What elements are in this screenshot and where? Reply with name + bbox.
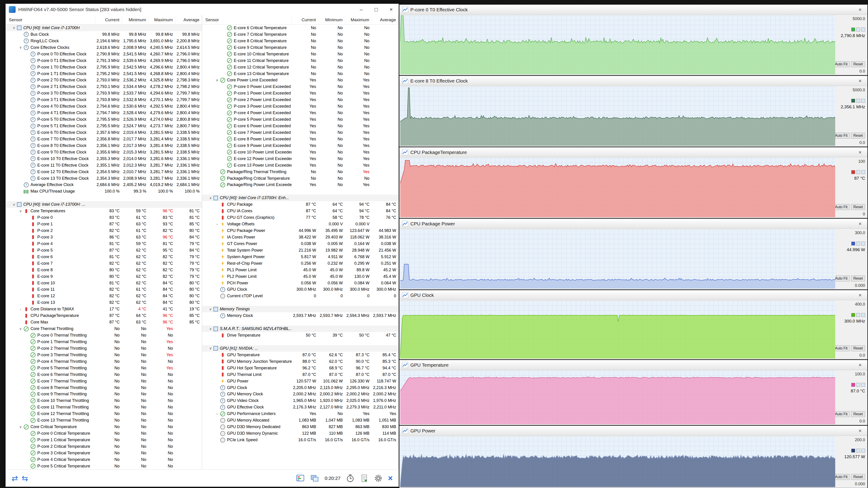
reset-button[interactable]: Reset <box>851 411 865 417</box>
settings-gear-icon[interactable] <box>374 474 382 483</box>
sensor-row[interactable]: P-core 0 Critical TemperatureNoNoNo <box>6 430 202 437</box>
sensor-row[interactable]: ∨Core Critical TemperatureNoNoNo <box>6 424 202 430</box>
sensor-row[interactable]: CPU GT Cores (Graphics)77 °C58 °C78 °C76… <box>202 214 398 221</box>
sensor-row[interactable]: Rest-of-Chip Power0.256 W0.232 W0.295 W0… <box>202 260 398 267</box>
legend-swatch[interactable] <box>851 449 855 453</box>
collapse-arrow-icon[interactable]: ∨ <box>11 26 17 30</box>
sensor-row[interactable]: Ring/LLC Clock2,194.6 MHz1,795.6 MHz3,69… <box>6 38 202 44</box>
sensor-row[interactable]: IA Cores Power38.422 W29.403 W118.062 W3… <box>202 234 398 240</box>
expand-arrow-icon[interactable]: › <box>214 222 220 226</box>
sensor-row[interactable]: P-core 3 Power Limit ExceededYesNoYes <box>202 103 398 110</box>
sensor-row[interactable]: P-core 3 Thermal ThrottlingNoNoYes <box>6 352 202 358</box>
sensor-row[interactable]: E-core 1382 °C62 °C84 °C80 °C <box>6 299 202 306</box>
sensor-row[interactable]: P-core 3 T0 Effective Clock2,793.9 MHz2,… <box>6 90 202 97</box>
legend-swatch[interactable] <box>856 28 860 31</box>
sensor-row[interactable]: E-core 11 Thermal ThrottlingNoNoNo <box>6 404 202 411</box>
legend-swatch[interactable] <box>856 99 860 103</box>
sensor-row[interactable]: P-core 0 Power Limit ExceededYesNoYes <box>202 84 398 90</box>
column-header-minimum[interactable]: Minimum <box>318 15 345 24</box>
legend-swatch[interactable] <box>856 170 860 174</box>
sensor-row[interactable]: E-core 10 T0 Effective Clock2,355.3 MHz2… <box>6 156 202 162</box>
legend-swatch[interactable] <box>861 28 865 31</box>
sensor-row[interactable]: E-core 1081 °C62 °C84 °C80 °C <box>6 280 202 286</box>
sensor-row[interactable]: P-core 5 Thermal ThrottlingNoNoYes <box>6 365 202 371</box>
legend-swatch[interactable] <box>851 99 855 103</box>
sensor-row[interactable]: ∨Core Temperatures83 °C59 °C96 °C81 °C <box>6 208 202 214</box>
graph-titlebar[interactable]: GPU Temperature× <box>400 360 867 370</box>
graph-titlebar[interactable]: CPU PackageTemperature× <box>400 148 867 157</box>
auto-fit-button[interactable]: Auto Fit <box>833 275 850 282</box>
sensor-row[interactable]: E-core 11 Critical TemperatureNoNoNo <box>202 57 398 64</box>
sensor-settings-icon[interactable] <box>296 474 305 483</box>
sensor-row[interactable]: E-core 681 °C62 °C82 °C79 °C <box>6 254 202 260</box>
legend-swatch[interactable] <box>861 99 865 103</box>
close-icon[interactable]: × <box>856 149 865 156</box>
sensor-row[interactable]: ∨Core Thermal ThrottlingNoNoYes <box>6 325 202 332</box>
sensor-group-header[interactable]: ∨CPU [#0]: Intel Core i7-13700H: Enh... <box>202 195 398 201</box>
sensor-row[interactable]: E-core 10 Critical TemperatureNoNoNo <box>202 51 398 57</box>
sensor-row[interactable]: CPU PackageTemperature87 °C64 °C96 °C85 … <box>6 313 202 319</box>
legend-swatch[interactable] <box>856 241 860 246</box>
stopwatch-icon[interactable] <box>346 474 354 483</box>
column-header-sensor[interactable]: Sensor <box>202 15 292 24</box>
sensor-row[interactable]: E-core 12 Critical TemperatureNoNoNo <box>202 64 398 70</box>
sensor-row[interactable]: GT Cores Power0.038 W0.005 W0.164 W0.038… <box>202 240 398 247</box>
sensor-row[interactable]: P-core 0 Thermal ThrottlingNoNoNo <box>6 332 202 338</box>
sensor-row[interactable]: CPU Package Power44.996 W35.495 W123.647… <box>202 227 398 234</box>
sensor-row[interactable]: P-core 187 °C63 °C93 °C85 °C <box>6 221 202 227</box>
sensor-row[interactable]: E-core 13 Power Limit ExceededYesNoYes <box>202 162 398 169</box>
sensor-row[interactable]: E-core 782 °C62 °C82 °C79 °C <box>6 260 202 267</box>
window-titlebar[interactable]: HWiNFO64 v7.40-5000 Sensor Status [283 v… <box>6 4 399 15</box>
sensor-row[interactable]: P-core 3 Critical TemperatureNoNoNo <box>6 450 202 456</box>
sensor-row[interactable]: E-core 8 Power Limit ExceededYesNoYes <box>202 136 398 142</box>
auto-fit-button[interactable]: Auto Fit <box>833 474 850 480</box>
sensor-row[interactable]: GPU Thermal Limit87.0 °C87.0 °C87.0 °C87… <box>202 371 398 378</box>
sensor-row[interactable]: P-core 1 Power Limit ExceededYesNoYes <box>202 90 398 97</box>
sensor-row[interactable]: P-core 4 Thermal ThrottlingNoNoNo <box>6 358 202 365</box>
sensor-group-header[interactable]: ∨GPU [#1]: NVIDIA: ... <box>202 345 398 352</box>
sensor-row[interactable]: P-core 1 T0 Effective Clock2,795.9 MHz2,… <box>6 64 202 70</box>
sensor-row[interactable]: PL1 Power Limit45.0 W45.0 W89.8 W45.2 W <box>202 267 398 273</box>
collapse-arrow-icon[interactable]: ∨ <box>18 327 24 331</box>
sensor-row[interactable]: ›GPU Performance LimitersYesNoYesYes <box>202 411 398 417</box>
legend-swatch[interactable] <box>861 170 865 174</box>
sensor-row[interactable]: GPU Temperature87.0 °C62.6 °C87.3 °C85.4… <box>202 352 398 358</box>
auto-fit-button[interactable]: Auto Fit <box>833 204 850 210</box>
sensor-row[interactable]: P-core 4 T0 Effective Clock2,794.6 MHz2,… <box>6 103 202 110</box>
sensor-row[interactable]: GPU D3D Memory Dynamic122 MB110 MB126 MB… <box>202 430 398 437</box>
sensor-row[interactable]: E-core 12 Power Limit ExceededYesNoYes <box>202 156 398 162</box>
sensor-row[interactable]: E-core 1182 °C61 °C84 °C80 °C <box>6 286 202 293</box>
column-header-maximum[interactable]: Maximum <box>149 15 175 24</box>
sensor-row[interactable]: E-core 13 Critical TemperatureNoNoNo <box>202 70 398 77</box>
column-header-average[interactable]: Average <box>372 15 398 24</box>
close-icon[interactable]: × <box>856 221 865 227</box>
graph-titlebar[interactable]: CPU Package Power× <box>400 219 867 229</box>
legend-swatch[interactable] <box>856 313 860 317</box>
legend-swatch[interactable] <box>851 383 855 387</box>
layout-windows-icon[interactable] <box>310 474 319 483</box>
column-header-sensor[interactable]: Sensor <box>6 15 95 24</box>
auto-fit-button[interactable]: Auto Fit <box>833 411 850 417</box>
sensor-row[interactable]: E-core 12 Thermal ThrottlingNoNoNo <box>6 411 202 417</box>
maximize-button[interactable]: □ <box>369 4 384 15</box>
report-icon[interactable] <box>360 474 369 483</box>
sensor-row[interactable]: P-core 5 T1 Effective Clock2,795.5 MHz2,… <box>6 123 202 129</box>
sensor-row[interactable]: ›Core Distance to TjMAX17 °C4 °C41 °C19 … <box>6 306 202 313</box>
sensor-row[interactable]: E-core 6 Power Limit ExceededYesNoYes <box>202 123 398 129</box>
expand-arrow-icon[interactable]: › <box>18 307 24 311</box>
reset-button[interactable]: Reset <box>851 346 865 351</box>
sensor-group-header[interactable]: ∨CPU [#0]: Intel Core i7-13700H: ... <box>6 201 202 208</box>
sensor-row[interactable]: E-core 1282 °C62 °C84 °C80 °C <box>6 293 202 299</box>
sensor-row[interactable]: E-core 10 Power Limit ExceededYesNoYes <box>202 149 398 156</box>
sensor-row[interactable]: P-core 2 Critical TemperatureNoNoNo <box>6 443 202 450</box>
minimize-button[interactable]: – <box>354 4 369 15</box>
sensor-row[interactable]: E-core 9 Critical TemperatureNoNoNo <box>202 44 398 51</box>
sensor-row[interactable]: Bus Clock99.8 MHz99.8 MHz99.8 MHz99.8 MH… <box>6 31 202 38</box>
sensor-row[interactable]: Core Max87 °C63 °C96 °C85 °C <box>6 319 202 325</box>
sensor-group-header[interactable]: ∨S.M.A.R.T.: SAMSUNG MZVL4T0HBL... <box>202 325 398 332</box>
sensor-row[interactable]: P-core 2 Thermal ThrottlingNoNoNo <box>6 345 202 352</box>
sensor-row[interactable]: P-core 587 °C62 °C95 °C84 °C <box>6 247 202 254</box>
reset-button[interactable]: Reset <box>851 133 865 138</box>
sensor-row[interactable]: ∨Core Effective Clocks2,618.6 MHz2,008.9… <box>6 44 202 51</box>
legend-swatch[interactable] <box>856 383 860 387</box>
